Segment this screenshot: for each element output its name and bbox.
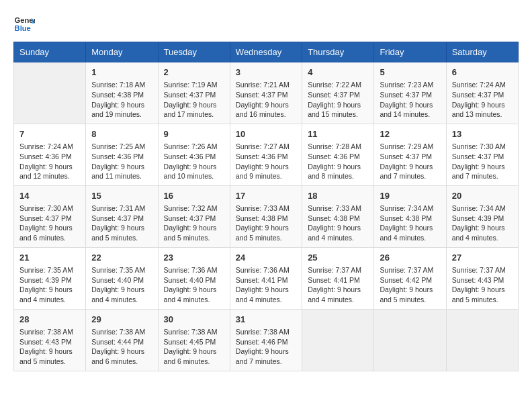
day-number: 9 bbox=[164, 128, 224, 140]
day-number: 12 bbox=[380, 128, 440, 140]
day-info: Sunrise: 7:33 AM Sunset: 4:38 PM Dayligh… bbox=[308, 203, 368, 243]
calendar-cell: 22Sunrise: 7:35 AM Sunset: 4:40 PM Dayli… bbox=[86, 247, 158, 309]
week-row-4: 21Sunrise: 7:35 AM Sunset: 4:39 PM Dayli… bbox=[14, 247, 519, 309]
day-number: 14 bbox=[19, 190, 80, 202]
week-row-5: 28Sunrise: 7:38 AM Sunset: 4:43 PM Dayli… bbox=[14, 309, 519, 371]
calendar-cell bbox=[374, 309, 446, 371]
calendar-cell: 10Sunrise: 7:27 AM Sunset: 4:36 PM Dayli… bbox=[230, 124, 302, 185]
day-number: 11 bbox=[308, 128, 368, 140]
day-number: 6 bbox=[452, 66, 513, 79]
calendar-cell: 29Sunrise: 7:38 AM Sunset: 4:44 PM Dayli… bbox=[86, 309, 158, 371]
day-number: 15 bbox=[91, 190, 152, 202]
calendar-cell: 20Sunrise: 7:34 AM Sunset: 4:39 PM Dayli… bbox=[446, 185, 518, 247]
week-row-1: 1Sunrise: 7:18 AM Sunset: 4:38 PM Daylig… bbox=[14, 62, 519, 124]
day-number: 17 bbox=[236, 190, 296, 202]
day-info: Sunrise: 7:36 AM Sunset: 4:41 PM Dayligh… bbox=[236, 265, 296, 305]
calendar-cell: 27Sunrise: 7:37 AM Sunset: 4:43 PM Dayli… bbox=[446, 247, 518, 309]
day-info: Sunrise: 7:31 AM Sunset: 4:37 PM Dayligh… bbox=[91, 203, 152, 243]
weekday-header-row: SundayMondayTuesdayWednesdayThursdayFrid… bbox=[14, 42, 519, 62]
day-info: Sunrise: 7:38 AM Sunset: 4:44 PM Dayligh… bbox=[91, 327, 152, 367]
weekday-header-thursday: Thursday bbox=[302, 42, 374, 62]
day-number: 27 bbox=[452, 252, 513, 264]
weekday-header-monday: Monday bbox=[86, 42, 158, 62]
day-number: 31 bbox=[236, 314, 296, 326]
calendar-cell bbox=[302, 309, 374, 371]
day-number: 4 bbox=[308, 66, 368, 79]
day-info: Sunrise: 7:30 AM Sunset: 4:37 PM Dayligh… bbox=[452, 142, 513, 181]
calendar-cell: 19Sunrise: 7:34 AM Sunset: 4:38 PM Dayli… bbox=[374, 185, 446, 247]
weekday-header-sunday: Sunday bbox=[14, 42, 86, 62]
calendar-cell: 18Sunrise: 7:33 AM Sunset: 4:38 PM Dayli… bbox=[302, 185, 374, 247]
calendar-cell: 8Sunrise: 7:25 AM Sunset: 4:36 PM Daylig… bbox=[86, 124, 158, 185]
calendar-cell: 1Sunrise: 7:18 AM Sunset: 4:38 PM Daylig… bbox=[86, 62, 158, 124]
calendar-cell: 13Sunrise: 7:30 AM Sunset: 4:37 PM Dayli… bbox=[446, 124, 518, 185]
calendar-cell bbox=[446, 309, 518, 371]
day-number: 16 bbox=[164, 190, 224, 202]
calendar-cell: 31Sunrise: 7:38 AM Sunset: 4:46 PM Dayli… bbox=[230, 309, 302, 371]
day-info: Sunrise: 7:36 AM Sunset: 4:40 PM Dayligh… bbox=[164, 265, 224, 305]
day-number: 2 bbox=[164, 66, 224, 79]
calendar-cell: 3Sunrise: 7:21 AM Sunset: 4:37 PM Daylig… bbox=[230, 62, 302, 124]
day-info: Sunrise: 7:37 AM Sunset: 4:41 PM Dayligh… bbox=[308, 265, 368, 305]
day-number: 28 bbox=[19, 314, 80, 326]
day-number: 23 bbox=[164, 252, 224, 264]
calendar-cell: 23Sunrise: 7:36 AM Sunset: 4:40 PM Dayli… bbox=[158, 247, 230, 309]
day-info: Sunrise: 7:19 AM Sunset: 4:37 PM Dayligh… bbox=[164, 80, 224, 120]
day-info: Sunrise: 7:24 AM Sunset: 4:36 PM Dayligh… bbox=[19, 142, 80, 181]
day-info: Sunrise: 7:21 AM Sunset: 4:37 PM Dayligh… bbox=[236, 80, 296, 120]
day-number: 30 bbox=[164, 314, 224, 326]
week-row-2: 7Sunrise: 7:24 AM Sunset: 4:36 PM Daylig… bbox=[14, 124, 519, 185]
logo-icon: General Blue bbox=[13, 13, 35, 35]
svg-text:Blue: Blue bbox=[15, 24, 31, 32]
calendar-cell: 24Sunrise: 7:36 AM Sunset: 4:41 PM Dayli… bbox=[230, 247, 302, 309]
day-info: Sunrise: 7:29 AM Sunset: 4:37 PM Dayligh… bbox=[380, 142, 440, 181]
day-info: Sunrise: 7:32 AM Sunset: 4:37 PM Dayligh… bbox=[164, 203, 224, 243]
calendar-cell: 30Sunrise: 7:38 AM Sunset: 4:45 PM Dayli… bbox=[158, 309, 230, 371]
day-info: Sunrise: 7:28 AM Sunset: 4:36 PM Dayligh… bbox=[308, 142, 368, 181]
day-info: Sunrise: 7:25 AM Sunset: 4:36 PM Dayligh… bbox=[91, 142, 152, 181]
calendar-cell: 16Sunrise: 7:32 AM Sunset: 4:37 PM Dayli… bbox=[158, 185, 230, 247]
calendar-cell: 28Sunrise: 7:38 AM Sunset: 4:43 PM Dayli… bbox=[14, 309, 86, 371]
day-number: 19 bbox=[380, 190, 440, 202]
calendar-cell: 14Sunrise: 7:30 AM Sunset: 4:37 PM Dayli… bbox=[14, 185, 86, 247]
day-number: 7 bbox=[19, 128, 80, 140]
day-number: 29 bbox=[91, 314, 152, 326]
logo: General Blue bbox=[13, 13, 35, 35]
day-info: Sunrise: 7:34 AM Sunset: 4:39 PM Dayligh… bbox=[452, 203, 513, 243]
day-info: Sunrise: 7:38 AM Sunset: 4:46 PM Dayligh… bbox=[236, 327, 296, 367]
day-info: Sunrise: 7:23 AM Sunset: 4:37 PM Dayligh… bbox=[380, 80, 440, 120]
calendar-cell bbox=[14, 62, 86, 124]
calendar-cell: 15Sunrise: 7:31 AM Sunset: 4:37 PM Dayli… bbox=[86, 185, 158, 247]
day-info: Sunrise: 7:38 AM Sunset: 4:45 PM Dayligh… bbox=[164, 327, 224, 367]
day-info: Sunrise: 7:18 AM Sunset: 4:38 PM Dayligh… bbox=[91, 80, 152, 120]
day-number: 8 bbox=[91, 128, 152, 140]
calendar-cell: 5Sunrise: 7:23 AM Sunset: 4:37 PM Daylig… bbox=[374, 62, 446, 124]
calendar-cell: 4Sunrise: 7:22 AM Sunset: 4:37 PM Daylig… bbox=[302, 62, 374, 124]
calendar-cell: 21Sunrise: 7:35 AM Sunset: 4:39 PM Dayli… bbox=[14, 247, 86, 309]
day-info: Sunrise: 7:27 AM Sunset: 4:36 PM Dayligh… bbox=[236, 142, 296, 181]
day-number: 10 bbox=[236, 128, 296, 140]
day-info: Sunrise: 7:30 AM Sunset: 4:37 PM Dayligh… bbox=[19, 203, 80, 243]
calendar-cell: 9Sunrise: 7:26 AM Sunset: 4:36 PM Daylig… bbox=[158, 124, 230, 185]
weekday-header-friday: Friday bbox=[374, 42, 446, 62]
calendar-cell: 17Sunrise: 7:33 AM Sunset: 4:38 PM Dayli… bbox=[230, 185, 302, 247]
calendar-cell: 2Sunrise: 7:19 AM Sunset: 4:37 PM Daylig… bbox=[158, 62, 230, 124]
day-info: Sunrise: 7:33 AM Sunset: 4:38 PM Dayligh… bbox=[236, 203, 296, 243]
day-number: 22 bbox=[91, 252, 152, 264]
day-info: Sunrise: 7:34 AM Sunset: 4:38 PM Dayligh… bbox=[380, 203, 440, 243]
day-number: 3 bbox=[236, 66, 296, 79]
day-number: 21 bbox=[19, 252, 80, 264]
calendar-cell: 6Sunrise: 7:24 AM Sunset: 4:37 PM Daylig… bbox=[446, 62, 518, 124]
day-info: Sunrise: 7:22 AM Sunset: 4:37 PM Dayligh… bbox=[308, 80, 368, 120]
calendar-cell: 11Sunrise: 7:28 AM Sunset: 4:36 PM Dayli… bbox=[302, 124, 374, 185]
day-info: Sunrise: 7:35 AM Sunset: 4:39 PM Dayligh… bbox=[19, 265, 80, 305]
day-info: Sunrise: 7:37 AM Sunset: 4:42 PM Dayligh… bbox=[380, 265, 440, 305]
calendar-cell: 7Sunrise: 7:24 AM Sunset: 4:36 PM Daylig… bbox=[14, 124, 86, 185]
weekday-header-saturday: Saturday bbox=[446, 42, 518, 62]
day-number: 18 bbox=[308, 190, 368, 202]
day-number: 1 bbox=[91, 66, 152, 79]
day-info: Sunrise: 7:24 AM Sunset: 4:37 PM Dayligh… bbox=[452, 80, 513, 120]
weekday-header-tuesday: Tuesday bbox=[158, 42, 230, 62]
calendar-table: SundayMondayTuesdayWednesdayThursdayFrid… bbox=[13, 42, 519, 371]
day-number: 5 bbox=[380, 66, 440, 79]
